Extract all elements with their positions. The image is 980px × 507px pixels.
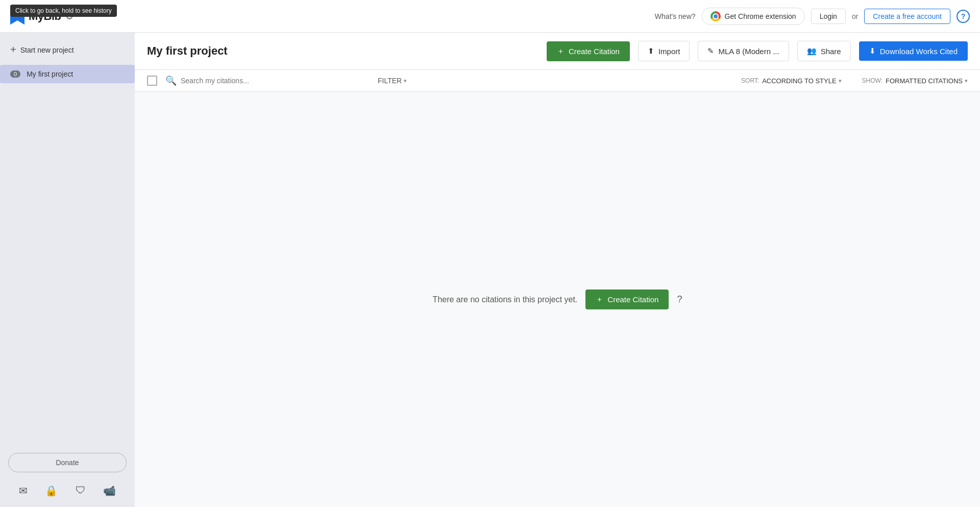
main-content: My first project ＋ Create Citation ⬆ Imp…	[135, 33, 980, 507]
navbar-right: What's new? Get Chrome extension Login o…	[655, 8, 970, 25]
sort-dropdown[interactable]: ACCORDING TO STYLE ▾	[762, 77, 841, 85]
sort-area: SORT: ACCORDING TO STYLE ▾	[741, 77, 842, 85]
create-citation-empty-button[interactable]: ＋ Create Citation	[585, 289, 669, 309]
video-icon[interactable]: 📹	[103, 485, 116, 497]
show-value-text: FORMATTED CITATIONS	[886, 77, 963, 85]
sort-value-text: ACCORDING TO STYLE	[762, 77, 836, 85]
project-name: My first project	[27, 70, 73, 78]
share-button[interactable]: 👥 Share	[797, 41, 851, 61]
create-account-button[interactable]: Create a free account	[864, 9, 950, 24]
new-project-label: Start new project	[20, 46, 74, 54]
download-label: Download Works Cited	[880, 47, 958, 56]
chrome-ext-label: Get Chrome extension	[725, 12, 796, 20]
create-citation-empty-label: Create Citation	[607, 295, 658, 304]
plus-icon: ＋	[596, 295, 603, 304]
create-citation-button[interactable]: ＋ Create Citation	[547, 41, 630, 61]
download-works-cited-button[interactable]: ⬇ Download Works Cited	[859, 41, 968, 61]
plus-icon: ＋	[557, 46, 565, 56]
style-button[interactable]: ✎ MLA 8 (Modern ...	[698, 41, 789, 61]
tooltip: Click to go back, hold to see history	[10, 5, 117, 17]
sidebar-bottom-icons: ✉ 🔒 🛡 📹	[0, 478, 135, 507]
project-list: 0 My first project	[0, 65, 135, 83]
whats-new-link[interactable]: What's new?	[655, 12, 696, 20]
download-icon: ⬇	[869, 46, 876, 56]
page-title: My first project	[147, 44, 538, 58]
share-icon: 👥	[807, 46, 817, 56]
chrome-extension-button[interactable]: Get Chrome extension	[702, 8, 805, 25]
citation-toolbar: 🔍 FILTER ▾ SORT: ACCORDING TO STYLE ▾ SH…	[135, 70, 980, 92]
filter-label: FILTER	[378, 77, 402, 85]
chrome-icon	[710, 11, 721, 21]
brand-logo[interactable]: Click to go back, hold to see history My…	[10, 6, 74, 27]
style-icon: ✎	[707, 46, 714, 56]
login-button[interactable]: Login	[811, 9, 846, 24]
help-icon[interactable]: ?	[957, 10, 970, 23]
show-label: SHOW:	[862, 77, 883, 84]
import-label: Import	[658, 47, 680, 56]
sort-chevron-icon: ▾	[839, 78, 842, 84]
sidebar-item-my-first-project[interactable]: 0 My first project	[0, 65, 135, 83]
import-button[interactable]: ⬆ Import	[638, 41, 690, 61]
filter-chevron-icon: ▾	[404, 78, 407, 84]
layout: + Start new project 0 My first project D…	[0, 33, 980, 507]
project-header: My first project ＋ Create Citation ⬆ Imp…	[135, 33, 980, 70]
select-all-checkbox[interactable]	[147, 76, 157, 86]
shield-icon[interactable]: 🛡	[76, 485, 86, 497]
filter-button[interactable]: FILTER ▾	[378, 77, 407, 85]
share-label: Share	[821, 47, 841, 56]
search-input[interactable]	[181, 77, 370, 85]
donate-button[interactable]: Donate	[8, 453, 127, 472]
show-chevron-icon: ▾	[965, 78, 968, 84]
show-dropdown[interactable]: FORMATTED CITATIONS ▾	[886, 77, 968, 85]
project-count: 0	[10, 70, 20, 78]
search-icon: 🔍	[165, 75, 177, 86]
lock-icon[interactable]: 🔒	[45, 485, 58, 497]
mail-icon[interactable]: ✉	[19, 485, 28, 497]
plus-icon: +	[10, 44, 16, 56]
help-question-icon[interactable]: ?	[677, 294, 682, 305]
sidebar: + Start new project 0 My first project D…	[0, 33, 135, 507]
show-area: SHOW: FORMATTED CITATIONS ▾	[862, 77, 968, 85]
or-text: or	[852, 12, 858, 20]
sort-label: SORT:	[741, 77, 759, 84]
create-citation-label: Create Citation	[569, 47, 620, 56]
search-area: 🔍	[165, 75, 370, 86]
style-label: MLA 8 (Modern ...	[718, 47, 779, 56]
empty-state-message: There are no citations in this project y…	[433, 295, 578, 304]
empty-state: There are no citations in this project y…	[135, 92, 980, 507]
upload-icon: ⬆	[648, 46, 654, 56]
navbar: Click to go back, hold to see history My…	[0, 0, 980, 33]
new-project-button[interactable]: + Start new project	[0, 39, 135, 61]
